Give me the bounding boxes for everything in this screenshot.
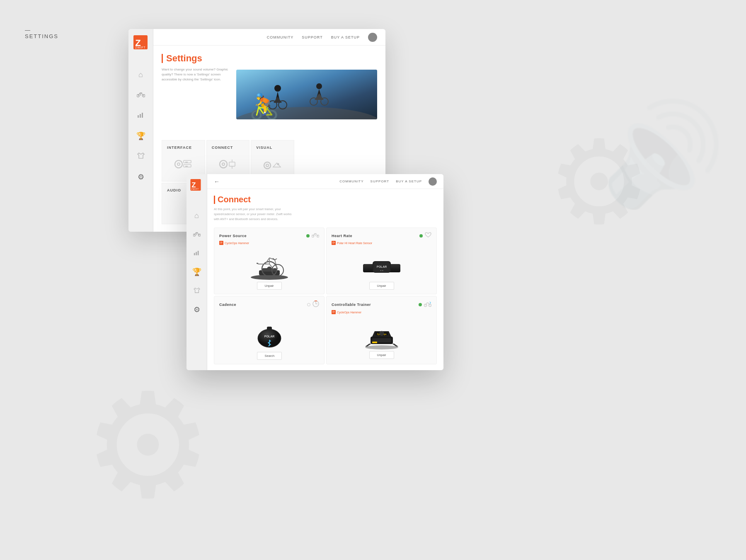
bg-gear2-icon: ⚙ — [83, 373, 213, 519]
svg-point-16 — [175, 160, 182, 168]
connect-sidebar-jersey[interactable] — [194, 286, 200, 295]
heart-rate-unpair-button[interactable]: Unpair — [369, 282, 394, 290]
connect-sidebar-stats[interactable] — [194, 249, 200, 257]
svg-rect-35 — [194, 253, 195, 255]
sidebar-trophy-icon[interactable]: 🏆 — [136, 131, 145, 141]
connect-main: ← COMMUNITY SUPPORT BUY A SETUP Connect … — [207, 174, 443, 370]
connect-window: Z ZWIFT ⌂ 🏆 ⚙ — [186, 174, 443, 370]
connect-nav-community[interactable]: COMMUNITY — [339, 179, 363, 183]
sidebar-bike-icon[interactable] — [137, 91, 145, 99]
settings-nav-support[interactable]: SUPPORT — [302, 35, 322, 39]
connect-sidebar-settings[interactable]: ⚙ — [194, 305, 200, 314]
connect-body: Connect At this point, you will pair you… — [207, 189, 443, 370]
connect-back-button[interactable]: ← — [214, 178, 220, 185]
sidebar-settings-icon[interactable]: ⚙ — [138, 172, 144, 182]
connect-avatar[interactable] — [429, 177, 437, 186]
controllable-trainer-header: Controllable Trainer — [332, 301, 431, 308]
settings-title-accent — [162, 54, 163, 63]
sidebar-home-icon[interactable]: ⌂ — [138, 70, 143, 79]
svg-rect-62 — [372, 342, 377, 343]
svg-point-17 — [177, 163, 180, 165]
connect-title-bar: Connect — [214, 195, 437, 204]
connect-nav-buy[interactable]: BUY A SETUP — [396, 179, 422, 183]
cadence-image: POLAR — [219, 318, 319, 349]
svg-text:POLAR: POLAR — [264, 335, 274, 338]
svg-point-22 — [220, 160, 227, 168]
interface-label: INTERFACE — [167, 145, 200, 150]
power-source-title: Power Source — [219, 234, 247, 238]
controllable-trainer-title: Controllable Trainer — [332, 303, 371, 307]
zwift-logo: Z ZWIFT — [133, 35, 148, 51]
svg-text:ZWIFT: ZWIFT — [191, 188, 199, 190]
settings-nav-community[interactable]: COMMUNITY — [267, 35, 294, 39]
heart-rate-icon — [425, 232, 431, 239]
power-source-icon — [312, 232, 319, 239]
connect-zwift-logo: Z ZWIFT — [190, 179, 201, 192]
power-source-indicators — [306, 232, 319, 239]
heart-rate-header: Heart Rate — [332, 232, 431, 239]
interface-icon — [173, 156, 194, 175]
svg-point-27 — [264, 162, 271, 169]
power-source-unpair-button[interactable]: Unpair — [257, 282, 282, 290]
svg-rect-56 — [267, 327, 272, 330]
power-source-card: Power Source — [214, 228, 325, 294]
power-source-ant-icon: ⟳ — [219, 241, 223, 245]
connect-sidebar-trophy[interactable]: 🏆 — [192, 267, 201, 276]
visual-label: VISUAL — [256, 145, 289, 150]
heart-rate-indicators — [419, 232, 431, 239]
controllable-trainer-indicators — [419, 301, 431, 308]
controllable-trainer-unpair-button[interactable]: Unpair — [369, 351, 394, 359]
power-source-header: Power Source — [219, 232, 319, 239]
connect-topnav: ← COMMUNITY SUPPORT BUY A SETUP — [207, 174, 443, 189]
controllable-trainer-status — [419, 303, 422, 306]
sidebar-stats-icon[interactable] — [137, 111, 145, 120]
svg-point-40 — [251, 275, 288, 280]
connect-nav-support[interactable]: SUPPORT — [371, 179, 390, 183]
svg-point-23 — [222, 163, 225, 165]
cadence-icon — [312, 301, 319, 308]
cadence-title: Cadence — [219, 303, 236, 307]
connect-sidebar-home[interactable]: ⌂ — [194, 211, 199, 220]
cadence-indicators — [307, 301, 319, 308]
power-source-image — [219, 248, 319, 279]
svg-point-28 — [266, 164, 269, 167]
svg-point-29 — [277, 163, 279, 165]
cadence-search-button[interactable]: Search — [257, 352, 282, 360]
settings-avatar[interactable] — [368, 33, 377, 42]
settings-title: Settings — [166, 53, 202, 64]
cadence-card: Cadence — [214, 296, 325, 364]
page-dash: — — [25, 27, 30, 33]
settings-title-bar: Settings — [162, 53, 377, 64]
svg-point-65 — [380, 331, 384, 335]
controllable-trainer-ant-icon: ⟳ — [332, 310, 336, 314]
svg-point-10 — [274, 85, 281, 92]
heart-rate-title: Heart Rate — [332, 234, 352, 238]
connect-devices-grid: Power Source — [214, 228, 437, 364]
svg-text:POLAR: POLAR — [376, 265, 387, 268]
cadence-status — [307, 303, 310, 306]
svg-text:● ●: ● ● — [380, 269, 383, 272]
sidebar-jersey-icon[interactable] — [137, 152, 145, 161]
controllable-trainer-icon — [424, 301, 431, 308]
connect-title: Connect — [218, 195, 251, 204]
power-source-status — [306, 234, 310, 238]
svg-rect-6 — [140, 114, 141, 118]
svg-rect-20 — [185, 162, 188, 162]
power-source-subtitle: ⟳ CycleOps Hammer — [219, 241, 319, 245]
connect-sidebar-bike[interactable] — [193, 230, 201, 239]
connect-label: CONNECT — [212, 145, 245, 150]
visual-icon — [262, 156, 283, 175]
heart-rate-ant-icon: ⟳ — [332, 241, 336, 245]
svg-point-11 — [269, 101, 277, 109]
connect-description: At this point, you will pair your smart … — [214, 207, 297, 222]
settings-sidebar: Z ZWIFT ⌂ 🏆 ⚙ — [128, 29, 153, 232]
connect-icon — [218, 156, 238, 175]
heart-rate-image: POLAR ● ● — [332, 248, 431, 279]
svg-rect-7 — [142, 113, 143, 118]
svg-rect-37 — [197, 251, 199, 255]
svg-point-59 — [365, 345, 398, 349]
settings-nav-buy[interactable]: BUY A SETUP — [331, 35, 360, 39]
cadence-subtitle — [219, 310, 319, 315]
svg-text:ZWIFT: ZWIFT — [135, 46, 145, 49]
svg-rect-36 — [196, 252, 197, 255]
